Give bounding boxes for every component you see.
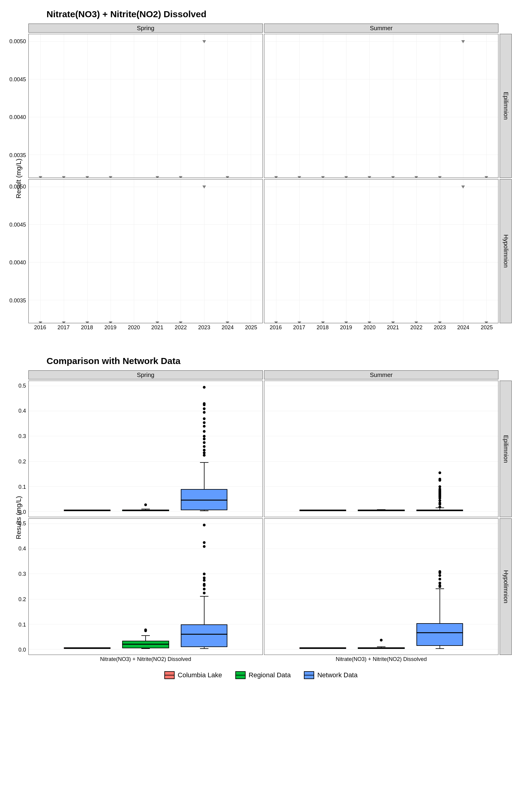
y-ticks-2-hypo: 0.00.10.20.30.40.5 [10, 519, 27, 655]
x-ticks-summer: 2016201720182019202020212022202320242025 [264, 324, 498, 335]
legend-item-network: Network Data [304, 671, 357, 679]
bpanel-summer-epi [264, 381, 498, 517]
panel-spring-epilimnion [28, 34, 263, 178]
y-ticks-2-epi: 0.00.10.20.30.40.5 [10, 381, 27, 517]
legend-label-network: Network Data [317, 671, 357, 679]
panel-summer-epilimnion [264, 34, 498, 178]
x-ticks-spring: 2016201720182019202020212022202320242025 [28, 324, 263, 335]
facet-row-hypo-2: Hypolimnion [500, 519, 512, 655]
legend-item-regional: Regional Data [235, 671, 290, 679]
facet-row-epi-2: Epilimnion [500, 381, 512, 517]
facet-col-spring: Spring [28, 24, 263, 33]
facet-col-summer: Summer [264, 24, 498, 33]
legend-label-columbia: Columbia Lake [178, 671, 222, 679]
panel-summer-hypolimnion [264, 179, 498, 323]
bpanel-spring-epi [28, 381, 263, 517]
facet-row-hypolimnion: Hypolimnion [500, 179, 512, 323]
boxplot-chart: Comparison with Network Data Spring Summ… [10, 356, 512, 679]
facet-col-summer-2: Summer [264, 370, 498, 380]
x-tick-label-summer: Nitrate(NO3) + Nitrite(NO2) Dissolved [264, 656, 498, 666]
y-ticks-hypo: 0.00350.00400.00450.0050 [10, 179, 27, 323]
x-tick-label-spring: Nitrate(NO3) + Nitrite(NO2) Dissolved [28, 656, 263, 666]
facet-col-spring-2: Spring [28, 370, 263, 380]
legend-swatch-blue [304, 671, 314, 679]
legend-swatch-red [164, 671, 175, 679]
legend: Columbia Lake Regional Data Network Data [10, 671, 512, 679]
chart-title-1: Nitrate(NO3) + Nitrite(NO2) Dissolved [46, 9, 512, 19]
bpanel-summer-hypo [264, 519, 498, 655]
bpanel-spring-hypo [28, 519, 263, 655]
legend-label-regional: Regional Data [248, 671, 290, 679]
legend-item-columbia: Columbia Lake [164, 671, 222, 679]
legend-swatch-green [235, 671, 246, 679]
panel-spring-hypolimnion [28, 179, 263, 323]
chart-title-2: Comparison with Network Data [46, 356, 512, 366]
facet-row-epilimnion: Epilimnion [500, 34, 512, 178]
y-ticks-epi: 0.00350.00400.00450.0050 [10, 34, 27, 178]
scatter-chart: Nitrate(NO3) + Nitrite(NO2) Dissolved Sp… [10, 9, 512, 335]
